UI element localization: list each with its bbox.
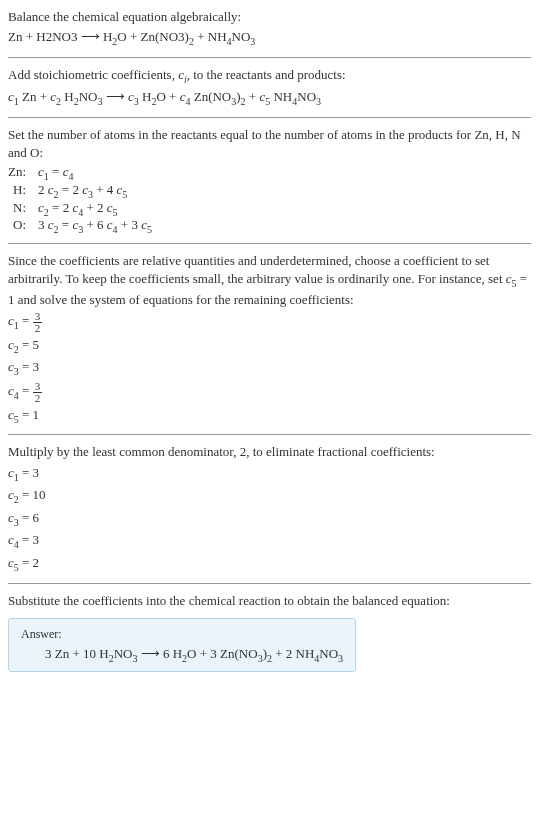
atoms-section: Set the number of atoms in the reactants…: [8, 126, 531, 235]
coeff2-c4: c4 = 3: [8, 531, 531, 552]
coeff-c2: c2 = 5: [8, 336, 531, 357]
eq-value: c1 = c4: [38, 164, 152, 182]
choose-text: Since the coefficients are relative quan…: [8, 252, 531, 309]
coeff-c5: c5 = 1: [8, 406, 531, 427]
multiply-text: Multiply by the least common denominator…: [8, 443, 531, 461]
coeff-c1: c1 = 32: [8, 311, 531, 334]
eq-label: H:: [8, 182, 38, 200]
coeff-c4: c4 = 32: [8, 381, 531, 404]
choose-section: Since the coefficients are relative quan…: [8, 252, 531, 427]
atoms-text: Set the number of atoms in the reactants…: [8, 126, 531, 162]
coeff-c3: c3 = 3: [8, 358, 531, 379]
eq-label: N:: [8, 200, 38, 218]
coeff2-c3: c3 = 6: [8, 509, 531, 530]
stoich-equation: c1 Zn + c2 H2NO3 ⟶ c3 H2O + c4 Zn(NO3)2 …: [8, 88, 531, 109]
coeff2-c1: c1 = 3: [8, 464, 531, 485]
coeff2-c5: c5 = 2: [8, 554, 531, 575]
answer-label: Answer:: [21, 627, 343, 642]
substitute-text: Substitute the coefficients into the che…: [8, 592, 531, 610]
divider: [8, 243, 531, 244]
stoich-text: Add stoichiometric coefficients, ci, to …: [8, 66, 531, 87]
substitute-section: Substitute the coefficients into the che…: [8, 592, 531, 673]
divider: [8, 434, 531, 435]
eq-row-o: O: 3 c2 = c3 + 6 c4 + 3 c5: [8, 217, 152, 235]
divider: [8, 57, 531, 58]
eq-value: 2 c2 = 2 c3 + 4 c5: [38, 182, 152, 200]
intro-text: Balance the chemical equation algebraica…: [8, 8, 531, 26]
eq-row-zn: Zn: c1 = c4: [8, 164, 152, 182]
eq-value: c2 = 2 c4 + 2 c5: [38, 200, 152, 218]
divider: [8, 583, 531, 584]
coeff2-c2: c2 = 10: [8, 486, 531, 507]
eq-label: O:: [8, 217, 38, 235]
intro-section: Balance the chemical equation algebraica…: [8, 8, 531, 49]
stoich-section: Add stoichiometric coefficients, ci, to …: [8, 66, 531, 109]
answer-box: Answer: 3 Zn + 10 H2NO3 ⟶ 6 H2O + 3 Zn(N…: [8, 618, 356, 673]
multiply-section: Multiply by the least common denominator…: [8, 443, 531, 574]
eq-row-h: H: 2 c2 = 2 c3 + 4 c5: [8, 182, 152, 200]
intro-equation: Zn + H2NO3 ⟶ H2O + Zn(NO3)2 + NH4NO3: [8, 28, 531, 49]
divider: [8, 117, 531, 118]
eq-row-n: N: c2 = 2 c4 + 2 c5: [8, 200, 152, 218]
eq-label: Zn:: [8, 164, 38, 182]
eq-value: 3 c2 = c3 + 6 c4 + 3 c5: [38, 217, 152, 235]
atoms-equations: Zn: c1 = c4 H: 2 c2 = 2 c3 + 4 c5 N: c2 …: [8, 164, 152, 234]
answer-equation: 3 Zn + 10 H2NO3 ⟶ 6 H2O + 3 Zn(NO3)2 + 2…: [21, 646, 343, 664]
